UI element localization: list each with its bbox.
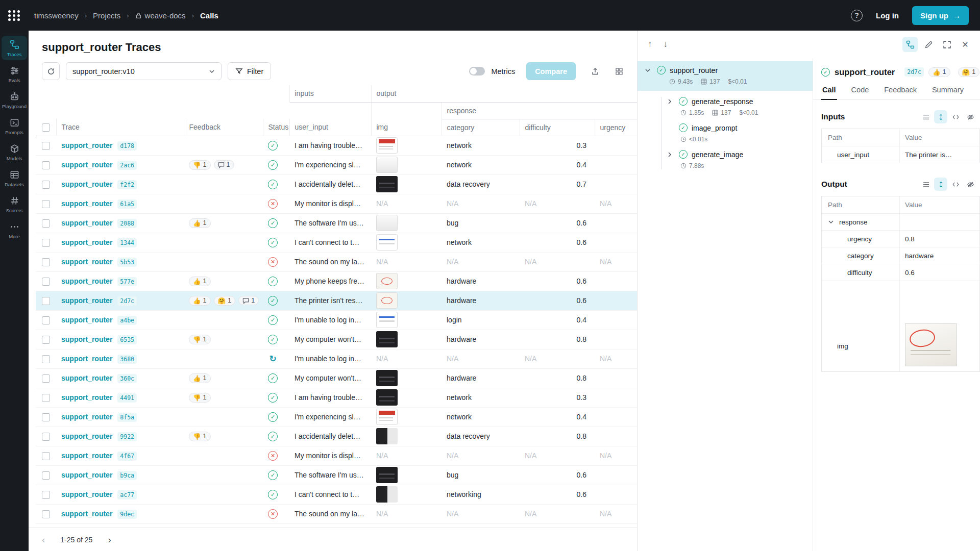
comment-pill[interactable]: 1: [214, 160, 234, 169]
trace-link[interactable]: support_router: [61, 374, 112, 382]
row-checkbox[interactable]: [42, 161, 50, 169]
row-checkbox[interactable]: [42, 510, 50, 518]
refresh-button[interactable]: [42, 62, 60, 80]
feedback-pill[interactable]: 👎1: [189, 335, 211, 344]
row-checkbox[interactable]: [42, 452, 50, 460]
input-image-thumbnail[interactable]: [376, 467, 398, 483]
feedback-pill[interactable]: 🤗1: [958, 67, 980, 77]
table-row[interactable]: support_router5b53✕The sound on my la…N/…: [36, 252, 637, 271]
column-header-feedback[interactable]: Feedback: [184, 119, 263, 136]
input-image-thumbnail[interactable]: [376, 428, 398, 444]
row-checkbox[interactable]: [42, 374, 50, 383]
chevron-right-icon[interactable]: [667, 152, 675, 158]
output-row-response[interactable]: response: [822, 213, 979, 230]
column-header-user-input[interactable]: user_input: [289, 119, 371, 136]
edit-button[interactable]: [921, 37, 936, 52]
row-checkbox[interactable]: [42, 219, 50, 228]
table-row[interactable]: support_routerac77✓I can't connect to t……: [36, 485, 637, 504]
tree-node-root[interactable]: ✓ support_router 9.43s 137 $<0.01: [638, 61, 813, 91]
feedback-pill[interactable]: 🤗1: [214, 296, 236, 306]
trace-link[interactable]: support_router: [61, 452, 112, 460]
table-row[interactable]: support_router4491👎1✓I am having trouble…: [36, 388, 637, 407]
version-select[interactable]: support_router:v10: [66, 62, 222, 80]
select-all-checkbox[interactable]: [42, 123, 50, 132]
input-image-thumbnail[interactable]: [376, 157, 398, 173]
table-row[interactable]: support_router8f5a✓I'm experiencing sl…n…: [36, 407, 637, 427]
trace-link[interactable]: support_router: [61, 393, 112, 402]
next-call-button[interactable]: ↓: [664, 39, 668, 49]
feedback-pill[interactable]: 👍1: [189, 218, 211, 228]
sidebar-item-playground[interactable]: Playground: [2, 88, 27, 112]
trace-link[interactable]: support_router: [61, 296, 112, 305]
row-checkbox[interactable]: [42, 258, 50, 266]
row-checkbox[interactable]: [42, 297, 50, 305]
feedback-pill[interactable]: 👎1: [189, 393, 211, 403]
column-settings-button[interactable]: [610, 62, 628, 80]
table-row[interactable]: support_router2d7c👍1🤗11✓The printer isn'…: [36, 291, 637, 310]
tab-feedback[interactable]: Feedback: [883, 83, 918, 99]
fullscreen-button[interactable]: [939, 37, 954, 52]
tree-node-generate-response[interactable]: ✓ generate_response 1.35s 137 $<0.01: [667, 97, 813, 116]
column-header-urgency[interactable]: urgency: [595, 119, 637, 136]
trace-link[interactable]: support_router: [61, 180, 112, 188]
export-button[interactable]: [586, 62, 604, 80]
list-view-button[interactable]: [919, 178, 933, 191]
trace-link[interactable]: support_router: [61, 316, 112, 324]
feedback-pill[interactable]: 👎1: [189, 432, 211, 441]
trace-link[interactable]: support_router: [61, 199, 112, 208]
table-row[interactable]: support_routerf2f2✓I accidentally delet……: [36, 174, 637, 194]
table-row[interactable]: support_router9dec✕The sound on my la…N/…: [36, 504, 637, 523]
filter-button[interactable]: Filter: [228, 62, 271, 80]
chevron-down-icon[interactable]: [828, 219, 836, 225]
trace-link[interactable]: support_router: [61, 490, 112, 498]
row-checkbox[interactable]: [42, 355, 50, 363]
code-view-button[interactable]: [949, 110, 962, 123]
feedback-pill[interactable]: 👍1: [928, 67, 950, 77]
feedback-pill[interactable]: 👍1: [189, 373, 211, 383]
sidebar-item-prompts[interactable]: Prompts: [2, 114, 27, 138]
sidebar-item-datasets[interactable]: Datasets: [2, 166, 27, 190]
output-row-img[interactable]: img: [822, 281, 979, 371]
row-checkbox[interactable]: [42, 413, 50, 421]
trace-link[interactable]: support_router: [61, 219, 112, 227]
prev-page-button[interactable]: ‹: [42, 535, 45, 544]
next-page-button[interactable]: ›: [108, 535, 111, 544]
table-row[interactable]: support_routera4be✓I'm unable to log in……: [36, 310, 637, 330]
tree-node-image-prompt[interactable]: ✓ image_prompt <0.01s: [667, 123, 813, 143]
signup-button[interactable]: Sign up→: [912, 6, 969, 25]
hide-values-button[interactable]: [964, 178, 977, 191]
trace-link[interactable]: support_router: [61, 510, 112, 518]
column-header-difficulty[interactable]: difficulty: [520, 119, 595, 136]
trace-link[interactable]: support_router: [61, 258, 112, 266]
help-icon[interactable]: ?: [851, 10, 863, 21]
metrics-toggle[interactable]: [469, 67, 485, 76]
table-row[interactable]: support_router1344✓I can't connect to t……: [36, 233, 637, 252]
trace-link[interactable]: support_router: [61, 335, 112, 343]
row-checkbox[interactable]: [42, 316, 50, 324]
input-image-thumbnail[interactable]: [376, 234, 398, 251]
trace-link[interactable]: support_router: [61, 277, 112, 285]
sidebar-item-scorers[interactable]: Scorers: [2, 192, 27, 216]
breadcrumb-calls[interactable]: Calls: [200, 11, 218, 20]
input-image-thumbnail[interactable]: [376, 331, 398, 347]
trace-link[interactable]: support_router: [61, 413, 112, 421]
tab-summary[interactable]: Summary: [931, 83, 965, 99]
breadcrumb-project[interactable]: weave-docs: [135, 11, 186, 20]
sidebar-item-traces[interactable]: Traces: [2, 36, 27, 60]
input-image-thumbnail[interactable]: [376, 273, 398, 289]
trace-link[interactable]: support_router: [61, 141, 112, 149]
row-checkbox[interactable]: [42, 200, 50, 208]
row-checkbox[interactable]: [42, 142, 50, 150]
trace-link[interactable]: support_router: [61, 238, 112, 246]
output-row-difficulty[interactable]: difficulty 0.6: [822, 264, 979, 281]
column-header-img[interactable]: img: [371, 119, 442, 136]
input-image-thumbnail[interactable]: [376, 137, 398, 154]
row-checkbox[interactable]: [42, 239, 50, 247]
table-row[interactable]: support_router2088👍1✓The software I'm us…: [36, 213, 637, 233]
row-checkbox[interactable]: [42, 394, 50, 402]
call-id-badge[interactable]: 2d7c: [904, 67, 924, 77]
trace-tree-toggle-button[interactable]: [902, 37, 918, 52]
breadcrumb-projects[interactable]: Projects: [93, 11, 120, 20]
input-image-thumbnail[interactable]: [376, 486, 398, 503]
row-checkbox[interactable]: [42, 433, 50, 441]
